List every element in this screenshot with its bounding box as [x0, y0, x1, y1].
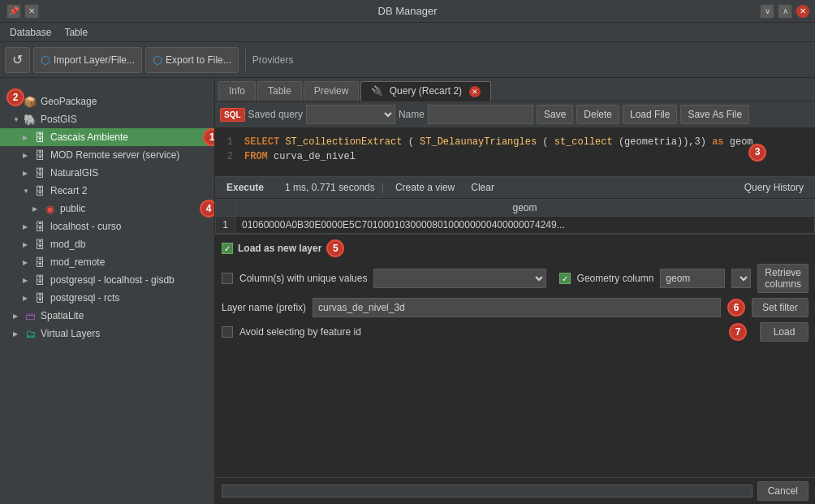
collapse-arrow-public: ▶ — [32, 205, 42, 213]
kw-select: SELECT — [244, 136, 285, 148]
sidebar-item-naturalgis[interactable]: ▶ 🗄 NaturalGIS — [0, 164, 214, 182]
collapse-arrow-cascais: ▶ — [23, 134, 32, 141]
virtual-icon: 🗂 — [23, 326, 37, 341]
annotation-3: 3 — [748, 144, 766, 162]
avoid-feature-row: Avoid selecting by feature id 7 Load — [222, 322, 809, 342]
mod-remote-icon: 🗄 — [32, 148, 47, 162]
sidebar-item-localhost-curso[interactable]: ▶ 🗄 localhost - curso — [0, 218, 214, 235]
sidebar-item-cascais[interactable]: ▶ 🗄 Cascais Ambiente 1 — [0, 128, 214, 146]
retrieve-columns-button[interactable]: Retrieve columns — [757, 264, 809, 293]
layer-name-input[interactable] — [313, 298, 721, 317]
import-icon: ⬡ — [41, 54, 50, 67]
tab-close-btn[interactable]: ✕ — [469, 86, 481, 97]
results-table: geom 1 01060000A0B30E0000E5C701000103000… — [215, 199, 815, 234]
line-numbers: 1 2 — [218, 131, 238, 173]
col-header-geom: geom — [235, 200, 815, 217]
postgis-label: PostGIS — [41, 114, 77, 125]
clear-button[interactable]: Clear — [466, 180, 499, 195]
create-view-button[interactable]: Create a view — [390, 180, 459, 195]
query-name-input[interactable] — [428, 105, 533, 124]
geometry-select[interactable]: ▼ — [731, 269, 751, 288]
geometry-input[interactable] — [660, 269, 725, 288]
tab-query-label: Query (Recart 2) — [390, 85, 462, 97]
unique-columns-select[interactable] — [373, 269, 545, 288]
menu-table[interactable]: Table — [58, 25, 94, 40]
results-toolbar: Execute 1 ms, 0.771 seconds | Create a v… — [215, 177, 815, 199]
query-history-button[interactable]: Query History — [740, 180, 809, 195]
timing-separator: | — [382, 182, 384, 193]
load-file-button[interactable]: Load File — [623, 105, 677, 124]
line-num-2: 2 — [223, 149, 233, 164]
pin-icon[interactable]: 📌 — [6, 4, 21, 19]
unique-columns-checkbox[interactable] — [222, 273, 233, 284]
sidebar-item-mod-db[interactable]: ▶ 🗄 mod_db — [0, 235, 214, 253]
naturalgis-icon: 🗄 — [32, 166, 47, 180]
name-label: Name — [399, 109, 425, 120]
results-table-wrap: geom 1 01060000A0B30E0000E5C701000103000… — [215, 199, 815, 234]
save-query-button[interactable]: Save — [537, 105, 573, 124]
sidebar-item-pgsql-rcts[interactable]: ▶ 🗄 postgresql - rcts — [0, 289, 214, 307]
geopackage-icon: 📦 — [23, 94, 37, 109]
annotation-4: 4 — [200, 200, 215, 218]
avoid-feature-checkbox[interactable] — [222, 326, 233, 338]
sidebar-item-virtual[interactable]: ▶ 🗂 Virtual Layers — [0, 325, 214, 342]
sidebar-item-spatialite[interactable]: ▶ 🗃 SpatiaLite — [0, 307, 214, 325]
close-btn[interactable]: ✕ — [796, 4, 810, 19]
delete-query-button[interactable]: Delete — [576, 105, 619, 124]
saved-query-label: Saved query — [248, 109, 303, 120]
spatialite-icon: 🗃 — [23, 308, 37, 323]
refresh-button[interactable]: ↺ — [5, 47, 30, 73]
collapse-arrow-spatialite: ▶ — [13, 312, 23, 320]
import-layer-button[interactable]: ⬡ Import Layer/File... — [33, 47, 142, 73]
annotation-5: 5 — [326, 239, 344, 257]
export-file-button[interactable]: ⬡ Export to File... — [145, 47, 239, 73]
load-layer-checkbox[interactable] — [222, 243, 233, 254]
sidebar-item-pgsql-gisdb[interactable]: ▶ 🗄 postgresql - localhost - gisdb — [0, 271, 214, 289]
tab-bar: Info Table Preview 🔌 Query (Recart 2) ✕ — [215, 78, 815, 101]
execute-button[interactable]: Execute — [222, 180, 269, 195]
annotation-6: 6 — [727, 299, 745, 317]
set-filter-button[interactable]: Set filter — [752, 298, 809, 317]
export-icon: ⬡ — [153, 54, 162, 67]
pgsql-rcts-label: postgresql - rcts — [50, 292, 119, 304]
sidebar-item-mod-remote2[interactable]: ▶ 🗄 mod_remote — [0, 253, 214, 271]
sidebar-item-postgis[interactable]: ▼ 🐘 PostGIS — [0, 110, 214, 128]
menu-database[interactable]: Database — [3, 25, 58, 40]
sql-icon: SQL — [220, 108, 245, 122]
table-row: 1 01060000A0B30E0000E5C70100010300008010… — [216, 217, 815, 234]
load-button[interactable]: Load — [760, 322, 809, 342]
load-layer-label: Load as new layer — [238, 243, 321, 254]
load-layer-section: Load as new layer 5 Column(s) with uniqu… — [215, 234, 815, 477]
tab-info[interactable]: Info — [218, 81, 256, 101]
collapse-arrow-mod-remote: ▶ — [23, 152, 32, 159]
sidebar-item-geopackage[interactable]: ▶ 📦 GeoPackage — [0, 93, 214, 110]
saved-query-select[interactable] — [306, 105, 395, 124]
sidebar-item-public[interactable]: ▶ ◉ public 4 — [0, 200, 214, 218]
localhost-icon: 🗄 — [32, 219, 47, 234]
line-num-1: 1 — [223, 135, 233, 149]
maximize-btn[interactable]: ∧ — [778, 4, 792, 19]
virtual-label: Virtual Layers — [41, 328, 100, 339]
cascais-label: Cascais Ambiente — [50, 131, 128, 143]
collapse-arrow-pgsql-rcts: ▶ — [23, 295, 32, 302]
kw-from: FROM — [244, 151, 274, 162]
save-as-file-button[interactable]: Save As File — [680, 105, 749, 124]
cancel-button[interactable]: Cancel — [757, 481, 809, 501]
query-line-2: FROM curva_de_nivel — [244, 149, 805, 164]
sidebar-item-recart2[interactable]: ▼ 🗄 Recart 2 — [0, 182, 214, 200]
localhost-label: localhost - curso — [50, 221, 121, 232]
tab-table[interactable]: Table — [257, 81, 302, 101]
paren1: ( — [408, 136, 414, 148]
geometry-checkbox[interactable] — [559, 273, 571, 284]
settings-icon[interactable]: ✕ — [24, 4, 39, 19]
sidebar-item-mod-remote[interactable]: ▶ 🗄 MOD Remote server (service) — [0, 146, 214, 164]
tab-preview[interactable]: Preview — [304, 81, 360, 101]
collapse-arrow-naturalgis: ▶ — [23, 170, 32, 177]
minimize-btn[interactable]: ∨ — [760, 4, 774, 19]
naturalgis-label: NaturalGIS — [50, 167, 98, 179]
app-title: DB Manager — [378, 5, 438, 17]
query-editor[interactable]: 1 2 SELECT ST_collectionExtract ( ST_Del… — [215, 128, 815, 177]
tab-query[interactable]: 🔌 Query (Recart 2) ✕ — [360, 81, 491, 101]
query-code[interactable]: SELECT ST_collectionExtract ( ST_Delauna… — [238, 131, 812, 173]
providers-label: Providers — [252, 54, 294, 66]
